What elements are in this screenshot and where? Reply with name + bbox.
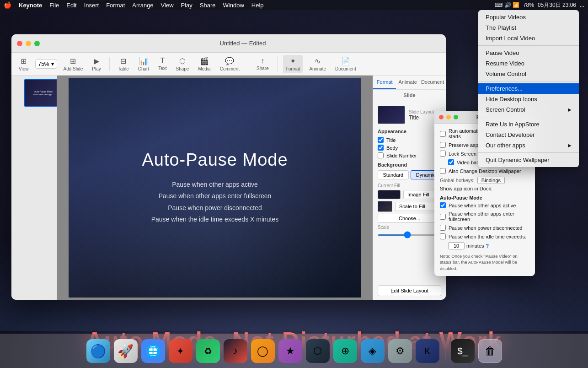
toolbar-text-label: Text bbox=[158, 66, 166, 71]
pref-auto-run-input[interactable] bbox=[440, 131, 446, 137]
background-header: Background bbox=[378, 162, 441, 168]
dropdown-resume-video[interactable]: Resume Video bbox=[478, 58, 579, 69]
scale-slider[interactable] bbox=[378, 234, 437, 236]
toolbar-shape[interactable]: ⬡ Shape bbox=[173, 55, 192, 73]
dropdown-playlist[interactable]: The Playlist bbox=[478, 22, 579, 33]
menu-help[interactable]: Help bbox=[251, 2, 264, 9]
pref-pause-fullscreen-input[interactable] bbox=[440, 214, 446, 220]
checkbox-slide-number-input[interactable] bbox=[378, 152, 384, 158]
window-maximize-button[interactable] bbox=[34, 41, 40, 46]
menu-file[interactable]: File bbox=[49, 2, 59, 9]
slide-canvas[interactable]: Auto-Pause Mode Pause when other apps ac… bbox=[69, 78, 361, 298]
checkbox-title-input[interactable] bbox=[378, 137, 384, 143]
toolbar-media[interactable]: 🎬 Media bbox=[195, 55, 213, 73]
menu-share[interactable]: Share bbox=[200, 2, 216, 9]
menu-edit[interactable]: Edit bbox=[66, 2, 76, 9]
menu-arrange[interactable]: Arrange bbox=[132, 2, 153, 9]
pref-pause-active-input[interactable] bbox=[440, 202, 446, 208]
menu-view[interactable]: View bbox=[161, 2, 174, 9]
dock-terminal[interactable]: $_ bbox=[451, 339, 475, 363]
slide-thumbnail-1[interactable]: Auto-Pause ModePause when other apps... bbox=[24, 79, 57, 107]
bindings-button[interactable]: Bindings bbox=[477, 177, 505, 184]
window-titlebar: Untitled — Edited bbox=[11, 34, 446, 53]
toolbar-animate[interactable]: ∿ Animate bbox=[306, 55, 329, 73]
pref-video-bg-input[interactable] bbox=[448, 159, 454, 165]
dropdown-import-local[interactable]: Import Local Video bbox=[478, 33, 579, 43]
toolbar-view[interactable]: ⊞ View bbox=[16, 55, 32, 73]
toolbar-format[interactable]: ✦ Format bbox=[283, 55, 303, 73]
menu-format[interactable]: Format bbox=[106, 2, 125, 9]
toolbar-text[interactable]: T Text bbox=[155, 55, 169, 73]
dropdown-quit[interactable]: Quit Dynamic Wallpaper bbox=[478, 155, 579, 165]
dock-chrome[interactable]: 🌐 bbox=[141, 339, 165, 363]
format-icon: ✦ bbox=[290, 57, 296, 65]
menu-play[interactable]: Play bbox=[181, 2, 192, 9]
current-fill-swatch[interactable] bbox=[378, 190, 401, 199]
idle-minutes-input[interactable] bbox=[448, 242, 465, 249]
toolbar-document[interactable]: 📄 Document bbox=[332, 55, 359, 73]
tab-animate[interactable]: Animate bbox=[396, 76, 419, 89]
pref-lock-screen-input[interactable] bbox=[440, 151, 446, 157]
toolbar-chart[interactable]: 📊 Chart bbox=[135, 55, 152, 73]
dropdown-popular-videos[interactable]: Popular Videos bbox=[478, 12, 579, 22]
pref-change-wallpaper-input[interactable] bbox=[440, 168, 446, 174]
toolbar-divider-1 bbox=[109, 57, 110, 71]
dropdown-pause-video[interactable]: Pause Video bbox=[478, 48, 579, 58]
pref-aspect-ratio-input[interactable] bbox=[440, 142, 446, 148]
checkbox-slide-number-label: Slide Number bbox=[386, 153, 417, 158]
toolbar-table[interactable]: ⊟ Table bbox=[115, 55, 132, 73]
window-minimize-button[interactable] bbox=[26, 41, 31, 46]
dock-app8[interactable]: ⚙ bbox=[388, 339, 412, 363]
dock-music[interactable]: ♪ bbox=[224, 339, 247, 363]
dock-app2[interactable]: ♻ bbox=[196, 339, 220, 363]
pref-change-wallpaper: Also Change Desktop Wallpaper bbox=[440, 168, 529, 174]
right-panel-tabs: Format Animate Document bbox=[373, 76, 446, 90]
dock-app1[interactable]: ✦ bbox=[169, 339, 192, 363]
layout-row[interactable]: Slide Layout Title ▾ bbox=[378, 106, 441, 124]
dropdown-volume-control[interactable]: Volume Control bbox=[478, 69, 579, 79]
menubar-dots[interactable]: ... bbox=[580, 2, 584, 8]
dropdown-hide-desktop[interactable]: Hide Desktop Icons bbox=[478, 94, 579, 104]
prefs-maximize-button[interactable] bbox=[454, 115, 458, 119]
dropdown-preferences[interactable]: Preferences... bbox=[478, 83, 579, 94]
choose-image-button[interactable]: Choose... bbox=[378, 214, 441, 223]
idle-help-button[interactable]: ? bbox=[486, 243, 489, 249]
tab-document[interactable]: Document bbox=[419, 76, 446, 89]
toolbar-play[interactable]: ▶ Play bbox=[89, 55, 103, 73]
toolbar-share[interactable]: ↑ Share bbox=[254, 55, 272, 73]
dropdown-menu: Popular Videos The Playlist Import Local… bbox=[478, 10, 579, 167]
dropdown-other-apps[interactable]: Our other apps ▶ bbox=[478, 140, 579, 151]
prefs-close-button[interactable] bbox=[439, 115, 444, 119]
dropdown-contact-dev[interactable]: Contact Developer bbox=[478, 130, 579, 140]
dock-keynote[interactable]: K bbox=[416, 339, 439, 363]
window-close-button[interactable] bbox=[17, 41, 22, 46]
app-name[interactable]: Keynote bbox=[19, 2, 42, 9]
menu-window[interactable]: Window bbox=[223, 2, 244, 9]
prefs-minimize-button[interactable] bbox=[446, 115, 451, 119]
dock-app7[interactable]: ◈ bbox=[361, 339, 385, 363]
dock-launchpad[interactable]: 🚀 bbox=[114, 339, 138, 363]
dropdown-rate-appstore[interactable]: Rate Us in AppStore bbox=[478, 119, 579, 130]
image-fill-preview bbox=[378, 201, 392, 212]
dock-app4[interactable]: ★ bbox=[278, 339, 302, 363]
dock-finder[interactable]: 🔵 bbox=[86, 339, 110, 363]
toolbar-comment[interactable]: 💬 Comment bbox=[217, 55, 242, 73]
fill-row: Image Fill bbox=[378, 190, 441, 199]
tab-format[interactable]: Format bbox=[373, 76, 396, 89]
dock-app6[interactable]: ⊕ bbox=[333, 339, 357, 363]
comment-icon: 💬 bbox=[225, 57, 234, 65]
checkbox-title-label: Title bbox=[386, 137, 396, 143]
menu-insert[interactable]: Insert bbox=[84, 2, 99, 9]
dropdown-screen-control[interactable]: Screen Control ▶ bbox=[478, 104, 579, 115]
dock-app5[interactable]: ⬡ bbox=[306, 339, 330, 363]
pref-pause-idle-input[interactable] bbox=[440, 233, 446, 239]
edit-layout-button[interactable]: Edit Slide Layout bbox=[378, 285, 441, 296]
pref-pause-power-input[interactable] bbox=[440, 225, 446, 231]
checkbox-body-input[interactable] bbox=[378, 145, 384, 151]
dock-trash[interactable]: 🗑 bbox=[478, 339, 502, 363]
apple-menu[interactable]: 🍎 bbox=[4, 1, 11, 9]
toolbar-zoom[interactable]: 75% ▾ bbox=[35, 60, 57, 69]
bg-standard-btn[interactable]: Standard bbox=[378, 170, 409, 179]
toolbar-add-slide[interactable]: ⊞ Add Slide bbox=[61, 55, 86, 73]
dock-app3[interactable]: ◯ bbox=[251, 339, 275, 363]
